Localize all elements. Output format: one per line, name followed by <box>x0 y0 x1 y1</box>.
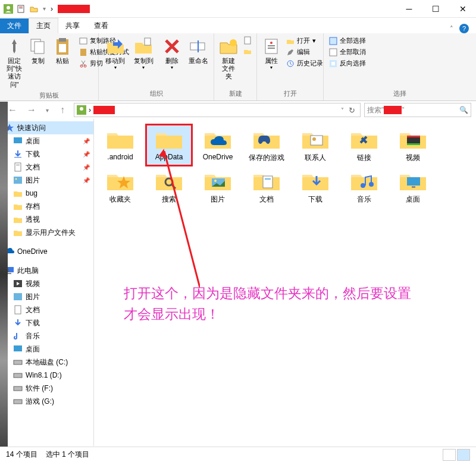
content-pane[interactable]: .android AppData OneDrive 保存的游戏 联系人 链接 视… <box>94 119 476 446</box>
properties-qat-icon[interactable] <box>17 5 25 13</box>
maximize-button[interactable]: ☐ <box>422 0 449 18</box>
svg-rect-2 <box>18 5 24 12</box>
svg-point-49 <box>312 137 316 141</box>
folder-item-收藏夹[interactable]: 收藏夹 <box>98 166 143 207</box>
sidebar-item[interactable]: 存档 <box>0 200 93 213</box>
folder-icon <box>155 127 183 153</box>
breadcrumb-chevron: › <box>89 106 91 114</box>
folder-item-图片[interactable]: 图片 <box>195 166 240 207</box>
folder-label: .android <box>107 153 133 161</box>
sidebar-item[interactable]: 视频 <box>0 277 93 290</box>
address-breadcrumb[interactable]: › ˅ ↻ <box>74 103 361 117</box>
invert-selection-button[interactable]: 反向选择 <box>327 58 368 68</box>
svg-point-36 <box>15 178 17 180</box>
folder-item-视频[interactable]: 视频 <box>390 125 436 165</box>
svg-rect-48 <box>311 136 322 145</box>
forward-button[interactable]: → <box>24 103 39 117</box>
pin-quick-access-button[interactable]: 固定到"快速访问" <box>4 36 25 90</box>
svg-rect-16 <box>198 40 199 52</box>
user-folder-icon <box>4 4 13 14</box>
pin-icon: 📌 <box>83 176 90 185</box>
refresh-icon[interactable]: ↻ <box>346 106 358 115</box>
folder-item-桌面[interactable]: 桌面 <box>390 166 436 207</box>
folder-item-保存的游戏[interactable]: 保存的游戏 <box>244 125 289 165</box>
sidebar-item[interactable]: 游戏 (G:) <box>0 395 93 408</box>
up-button[interactable]: ↑ <box>55 103 70 117</box>
clipboard-group: 固定到"快速访问" 复制 粘贴 复制路径 粘贴快捷方式 剪切 剪贴板 <box>0 33 99 100</box>
folder-label: OneDrive <box>203 153 233 161</box>
details-view-button[interactable] <box>443 449 456 461</box>
svg-rect-24 <box>330 37 337 45</box>
easy-access-button[interactable] <box>242 46 253 56</box>
sidebar-item[interactable]: 音乐 <box>0 329 93 342</box>
folder-item-.android[interactable]: .android <box>98 125 143 165</box>
paste-button[interactable]: 粘贴 <box>51 36 74 66</box>
help-icon[interactable]: ? <box>459 24 469 33</box>
close-button[interactable]: ✕ <box>449 0 476 18</box>
share-tab[interactable]: 共享 <box>58 18 87 33</box>
new-folder-qat-icon[interactable] <box>30 5 38 13</box>
folder-label: 图片 <box>211 194 225 205</box>
sidebar-item[interactable]: 下载 📌 <box>0 147 93 161</box>
folder-item-下载[interactable]: 下载 <box>293 166 338 207</box>
copy-button[interactable]: 复制 <box>27 36 49 90</box>
breadcrumb-history-icon[interactable]: ˅ <box>341 107 344 114</box>
folder-item-OneDrive[interactable]: OneDrive <box>195 125 240 165</box>
file-tab[interactable]: 文件 <box>0 18 29 33</box>
svg-point-1 <box>7 6 10 10</box>
folder-item-文档[interactable]: 文档 <box>244 166 289 207</box>
folder-item-音乐[interactable]: 音乐 <box>342 166 387 207</box>
sidebar-item[interactable]: bug <box>0 187 93 200</box>
select-all-button[interactable]: 全部选择 <box>327 36 368 46</box>
svg-rect-32 <box>14 157 21 158</box>
select-none-button[interactable]: 全部取消 <box>327 47 368 57</box>
sidebar-item[interactable]: 显示用户文件夹 <box>0 226 93 239</box>
sidebar-item[interactable]: Win8.1 (D:) <box>0 369 93 382</box>
home-tab[interactable]: 主页 <box>29 18 58 33</box>
this-pc-node[interactable]: ◢ 此电脑 <box>0 264 93 277</box>
redacted-title <box>58 5 90 13</box>
properties-button[interactable]: 属性▾ <box>261 36 282 88</box>
svg-rect-6 <box>35 42 44 54</box>
sidebar-item[interactable]: 文档 <box>0 303 93 316</box>
sidebar-item[interactable]: 图片 <box>0 290 93 303</box>
sidebar-item[interactable]: 本地磁盘 (C:) <box>0 356 93 369</box>
collapse-ribbon-icon[interactable]: ˄ <box>450 25 453 33</box>
background-fragment <box>0 102 8 447</box>
onedrive-node[interactable]: ▷ OneDrive <box>0 245 93 258</box>
sidebar-item[interactable]: 图片 📌 <box>0 174 93 187</box>
rename-button[interactable]: 重命名 <box>187 36 210 88</box>
svg-rect-59 <box>265 178 271 180</box>
navigation-pane[interactable]: ◢ 快速访问 桌面 📌 下载 📌 文档 📌 图片 📌 bug <box>0 119 94 446</box>
delete-button[interactable]: 删除▾ <box>159 36 184 88</box>
new-group-label: 新建 <box>218 88 253 98</box>
folder-item-搜索[interactable]: 搜索 <box>146 166 192 207</box>
svg-rect-46 <box>14 386 22 391</box>
user-folder-icon-small <box>77 105 86 115</box>
organize-group-label: 组织 <box>102 88 210 98</box>
sidebar-item[interactable]: 桌面 📌 <box>0 134 93 147</box>
folder-item-链接[interactable]: 链接 <box>342 125 387 165</box>
recent-dropdown[interactable]: ▾ <box>43 103 51 117</box>
move-to-button[interactable]: 移动到▾ <box>102 36 128 88</box>
sidebar-item[interactable]: 桌面 <box>0 342 93 356</box>
folder-icon <box>350 169 378 194</box>
new-item-button[interactable] <box>242 36 253 45</box>
sidebar-item[interactable]: 软件 (F:) <box>0 382 93 395</box>
sidebar-item[interactable]: 透视 <box>0 213 93 226</box>
window-title-bar: ▾ › ─ ☐ ✕ <box>0 0 476 18</box>
new-folder-button[interactable]: 新建文件夹 <box>218 36 239 88</box>
folder-item-联系人[interactable]: 联系人 <box>293 125 338 165</box>
copy-to-button[interactable]: 复制到▾ <box>130 36 156 88</box>
sidebar-item[interactable]: 下载 <box>0 316 93 329</box>
folder-item-AppData[interactable]: AppData <box>146 125 192 165</box>
quick-access-node[interactable]: ◢ 快速访问 <box>0 121 93 134</box>
edit-button[interactable]: 编辑 <box>284 47 325 57</box>
search-input[interactable]: 搜索 "" 🔍 <box>364 103 471 117</box>
sidebar-item[interactable]: 文档 📌 <box>0 161 93 174</box>
view-tab[interactable]: 查看 <box>87 18 115 33</box>
minimize-button[interactable]: ─ <box>396 0 422 18</box>
history-button[interactable]: 历史记录 <box>284 58 325 68</box>
icons-view-button[interactable] <box>457 449 470 461</box>
open-button[interactable]: 打开 ▾ <box>284 36 325 46</box>
